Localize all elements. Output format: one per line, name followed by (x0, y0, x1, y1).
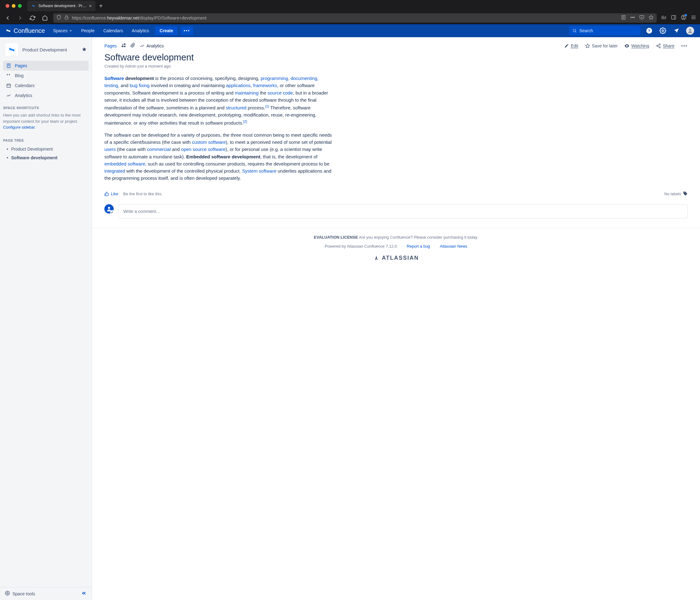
more-actions-icon[interactable]: ••• (630, 15, 635, 21)
library-icon[interactable] (661, 15, 667, 21)
link-programming[interactable]: programming (260, 76, 288, 81)
space-header[interactable]: Product Development (0, 37, 92, 61)
svg-rect-0 (65, 17, 69, 19)
sidebar-calendars[interactable]: Calendars (3, 80, 89, 91)
maximize-window-icon[interactable] (18, 4, 22, 8)
svg-line-44 (658, 45, 659, 46)
breadcrumb-pages[interactable]: Pages (104, 43, 117, 48)
labels-icon[interactable] (683, 191, 688, 197)
atlassian-logo[interactable]: ATLASSIAN (104, 255, 688, 261)
link-source-code[interactable]: source code (268, 90, 293, 95)
minimize-window-icon[interactable] (12, 4, 16, 8)
favorite-space-icon[interactable] (82, 47, 87, 53)
sidebar-blog[interactable]: Blog (3, 71, 89, 80)
configure-sidebar-link[interactable]: Configure sidebar (3, 125, 35, 129)
account-icon[interactable] (681, 15, 686, 21)
create-more-button[interactable]: ••• (181, 26, 193, 35)
powered-by: Powered by Atlassian Confluence 7.12.0 (325, 244, 397, 248)
browser-tab[interactable]: Software development - Produc × (27, 1, 95, 11)
link-commercial[interactable]: commercial (147, 147, 171, 152)
sidebar-pages[interactable]: Pages (3, 61, 89, 71)
link-structured[interactable]: structured (226, 105, 247, 110)
close-window-icon[interactable] (6, 4, 9, 8)
new-tab-button[interactable]: + (99, 2, 103, 9)
edit-button[interactable]: Edit (564, 43, 578, 48)
tree-item-product-development[interactable]: Product Development (3, 145, 89, 153)
bookmark-star-icon[interactable] (649, 15, 653, 21)
collapse-sidebar-icon[interactable] (81, 591, 87, 597)
gear-icon[interactable] (5, 591, 10, 597)
svg-text:?: ? (648, 28, 650, 33)
link-software[interactable]: Software (104, 76, 124, 81)
link-integrated[interactable]: integrated (104, 168, 125, 173)
link-testing[interactable]: testing (104, 83, 118, 88)
sidebar-analytics[interactable]: Analytics (3, 91, 89, 100)
nav-analytics[interactable]: Analytics (128, 26, 153, 35)
nav-calendars[interactable]: Calendars (99, 26, 127, 35)
reader-mode-icon[interactable] (621, 15, 626, 21)
nav-spaces[interactable]: Spaces (49, 26, 76, 35)
page-tree-heading: PAGE TREE (0, 133, 92, 145)
forward-button[interactable] (16, 14, 24, 22)
link-applications[interactable]: applications (226, 83, 251, 88)
page-more-actions-icon[interactable]: ••• (681, 43, 688, 48)
link-embedded-software[interactable]: embedded software (104, 161, 145, 166)
svg-rect-34 (124, 46, 125, 47)
ref-2[interactable]: [2] (244, 120, 247, 123)
svg-point-45 (108, 207, 110, 209)
share-button[interactable]: Share (656, 43, 674, 48)
like-button[interactable]: Like (104, 192, 118, 196)
space-tools-label[interactable]: Space tools (12, 591, 35, 596)
svg-line-18 (575, 32, 576, 32)
tab-close-icon[interactable]: × (89, 3, 92, 8)
search-icon (572, 28, 577, 33)
confluence-logo[interactable]: Confluence (5, 27, 45, 34)
shortcuts-text: Here you can add shortcut links to the m… (0, 112, 92, 133)
url-bar[interactable]: https://confluence.heyvaldemar.net/displ… (53, 13, 657, 23)
link-users[interactable]: users (104, 147, 116, 152)
atlassian-news-link[interactable]: Atlassian News (440, 244, 467, 248)
ref-1[interactable]: [1] (265, 104, 269, 108)
svg-point-22 (689, 29, 691, 31)
attachments-icon[interactable] (130, 43, 135, 49)
link-system-software[interactable]: System software (242, 168, 276, 173)
page-body: Software development is the process of c… (92, 75, 346, 182)
sidebar: Product Development Pages Blog Calendars… (0, 37, 92, 600)
pocket-icon[interactable] (639, 15, 644, 21)
comment-input[interactable]: Write a comment… (118, 204, 688, 218)
svg-point-21 (662, 30, 664, 32)
home-button[interactable] (41, 14, 49, 22)
sidebar-icon[interactable] (671, 15, 676, 21)
link-bug-fixing[interactable]: bug fixing (130, 83, 150, 88)
content-area: Pages Analytics Edit Save for later Watc… (92, 37, 700, 600)
help-icon[interactable]: ? (644, 26, 654, 35)
back-button[interactable] (4, 14, 12, 22)
analytics-link[interactable]: Analytics (140, 43, 164, 48)
report-bug-link[interactable]: Report a bug (407, 244, 430, 248)
save-for-later-button[interactable]: Save for later (585, 43, 618, 48)
page-footer: EVALUATION LICENSE Are you enjoying Conf… (92, 228, 700, 274)
tree-item-software-development[interactable]: Software development (3, 153, 89, 162)
nav-people[interactable]: People (77, 26, 99, 35)
svg-point-41 (657, 45, 658, 47)
link-maintaining[interactable]: maintaining (235, 90, 259, 95)
link-frameworks[interactable]: frameworks (253, 83, 277, 88)
link-documenting[interactable]: documenting (291, 76, 317, 81)
shield-icon[interactable] (56, 15, 61, 21)
reload-button[interactable] (28, 14, 36, 22)
link-open-source[interactable]: open source software (181, 147, 225, 152)
notifications-icon[interactable] (672, 26, 681, 35)
comment-avatar-icon (104, 204, 114, 214)
settings-icon[interactable] (658, 26, 668, 35)
page-tree-icon[interactable] (121, 43, 126, 49)
create-button[interactable]: Create (155, 26, 177, 35)
search-box[interactable] (569, 26, 641, 35)
watching-button[interactable]: Watching (624, 43, 649, 48)
svg-marker-5 (649, 15, 653, 19)
menu-icon[interactable] (691, 15, 696, 21)
link-custom-software[interactable]: custom software (192, 140, 226, 145)
svg-point-40 (659, 44, 660, 45)
profile-avatar[interactable] (685, 26, 695, 35)
lock-icon[interactable] (65, 15, 69, 21)
search-input[interactable] (579, 28, 638, 33)
